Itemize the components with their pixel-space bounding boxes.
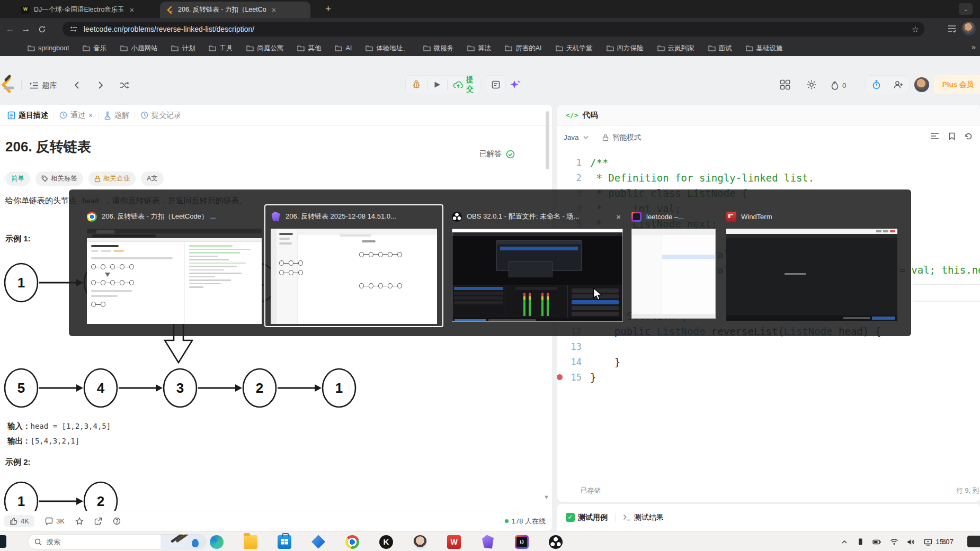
address-bar[interactable]: leetcode.cn/problems/reverse-linked-list…	[63, 22, 924, 37]
bookmark-folder[interactable]: 尚庭公寓	[246, 44, 283, 53]
plus-member-button[interactable]: Plus 会员	[934, 75, 980, 94]
like-button[interactable]: 4K	[4, 515, 34, 527]
taskbar-file-explorer-icon[interactable]	[244, 535, 257, 549]
tab-close-icon[interactable]: ×	[129, 6, 135, 14]
taskbar-wps-icon[interactable]: W	[447, 535, 461, 549]
collaborate-button[interactable]	[887, 76, 910, 94]
favorite-button[interactable]	[75, 517, 84, 525]
debug-button[interactable]	[406, 76, 427, 94]
user-avatar[interactable]	[914, 77, 929, 92]
bookmark-folder[interactable]: 基础设施	[746, 44, 783, 53]
tab-close-icon[interactable]: ×	[271, 6, 277, 14]
bookmark-folder[interactable]: 计划	[171, 44, 195, 53]
bookmark-folder[interactable]: 面试	[708, 44, 732, 53]
browser-profile-avatar[interactable]	[962, 22, 976, 35]
taskbar-pinned-partial-icon[interactable]	[0, 535, 6, 548]
tray-volume-icon[interactable]	[907, 538, 915, 546]
tray-wifi-icon[interactable]	[890, 538, 898, 545]
reload-icon[interactable]	[34, 21, 50, 37]
random-problem-button[interactable]	[120, 76, 129, 94]
code-line[interactable]: 13	[557, 339, 980, 354]
taskbar-obs-studio-icon[interactable]	[549, 535, 563, 549]
problem-list-button[interactable]: 题库	[30, 76, 57, 94]
bookmark-folder[interactable]: springboot	[28, 44, 69, 53]
comments-button[interactable]: 3K	[45, 517, 65, 525]
bookmark-folder[interactable]: 音乐	[83, 44, 106, 53]
difficulty-badge[interactable]: 简单	[5, 171, 30, 186]
code-line[interactable]: 1/**	[557, 155, 980, 170]
notes-button[interactable]	[486, 75, 506, 94]
bookmark-folder[interactable]: 微服务	[423, 44, 454, 53]
bookmark-folder[interactable]: 云岚到家	[657, 44, 694, 53]
bookmark-folder[interactable]: 其他	[297, 44, 321, 53]
smart-mode-label[interactable]: 智能模式	[613, 133, 642, 142]
window-thumbnail-windterm[interactable]	[726, 229, 897, 321]
streak-indicator[interactable]: 0	[831, 76, 847, 94]
leetcode-logo[interactable]	[0, 75, 16, 95]
bookmark-icon[interactable]	[949, 132, 955, 140]
taskbar-portrait-app-icon[interactable]	[413, 535, 427, 549]
related-tags-badge[interactable]: 相关标签	[35, 171, 83, 186]
next-problem-button[interactable]	[98, 76, 103, 94]
bookmark-star-icon[interactable]: ☆	[912, 24, 919, 34]
code-line[interactable]: 15}	[557, 369, 980, 385]
taskbar-k-app-icon[interactable]: K	[379, 535, 393, 549]
bookmark-folder[interactable]: 天机学堂	[556, 44, 593, 53]
format-icon[interactable]	[931, 132, 939, 140]
taskbar-dev-app-icon[interactable]	[311, 535, 325, 549]
bookmarks-overflow-icon[interactable]: »	[972, 42, 976, 51]
taskbar-obsidian-icon[interactable]	[481, 535, 495, 549]
browser-tab-2-active[interactable]: 206. 反转链表 - 力扣（LeetCo ×	[160, 2, 310, 18]
share-button[interactable]	[94, 517, 102, 525]
forward-icon[interactable]: →	[18, 21, 34, 37]
tray-cast-icon[interactable]	[924, 538, 932, 546]
reading-list-icon[interactable]	[947, 24, 957, 33]
related-companies-badge[interactable]: 相关企业	[88, 171, 136, 186]
clock[interactable]: 15:07	[936, 531, 954, 551]
language-selector[interactable]: Java	[564, 133, 579, 141]
help-button[interactable]	[113, 517, 121, 525]
taskbar-search[interactable]: 搜索	[28, 534, 207, 549]
bookmark-folder[interactable]: 小题网站	[120, 44, 157, 53]
tray-phone-icon[interactable]	[857, 538, 864, 546]
tab-close-icon[interactable]: ×	[88, 111, 93, 120]
tray-chevron-up-icon[interactable]	[841, 538, 848, 546]
tray-battery-icon[interactable]	[872, 538, 881, 546]
scrollbar-thumb[interactable]	[546, 111, 549, 169]
ai-assistant-button[interactable]	[510, 79, 521, 92]
tab-description[interactable]: 题目描述	[7, 111, 48, 120]
window-thumbnail-obs[interactable]	[452, 229, 623, 322]
run-button[interactable]	[427, 76, 447, 94]
tab-testcase[interactable]: ✓ 测试用例	[566, 513, 608, 522]
taskbar-ms-store-icon[interactable]	[278, 535, 291, 549]
notification-icon[interactable]	[967, 536, 980, 547]
bookmark-folder[interactable]: 体验地址、	[366, 44, 409, 53]
bookmark-folder[interactable]: 工具	[209, 44, 233, 53]
new-tab-button[interactable]: +	[325, 3, 331, 15]
tab-test-result[interactable]: 测试结果	[623, 513, 664, 522]
bookmark-folder[interactable]: 厉害的AI	[505, 44, 541, 53]
site-info-icon[interactable]	[69, 25, 78, 33]
close-window-icon[interactable]: ×	[616, 212, 623, 221]
reset-icon[interactable]	[965, 132, 973, 140]
back-icon[interactable]: ←	[2, 21, 18, 37]
search-highlight-image[interactable]	[161, 535, 206, 549]
taskbar-chrome-icon[interactable]	[345, 535, 359, 549]
layout-switch-button[interactable]	[780, 79, 790, 92]
code-line[interactable]: 2 * Definition for singly-linked list.	[557, 170, 980, 185]
tab-solutions[interactable]: 题解	[104, 111, 129, 120]
tab-accepted[interactable]: 通过 ×	[59, 111, 93, 120]
bookmark-folder[interactable]: AI	[335, 44, 352, 53]
tab-list-chevron[interactable]: ⌄	[959, 3, 973, 15]
browser-tab-1[interactable]: DJ一个球-全国语Electro音乐玉 ×	[16, 2, 158, 18]
prev-problem-button[interactable]	[74, 76, 79, 94]
bookmark-folder[interactable]: 算法	[467, 44, 491, 53]
bookmark-folder[interactable]: 四方保险	[607, 44, 644, 53]
submit-button[interactable]: 提交	[447, 76, 480, 94]
scrollbar-down-icon[interactable]: ▼	[544, 494, 549, 500]
taskbar-intellij-idea-icon[interactable]	[515, 535, 529, 549]
window-thumbnail-idea[interactable]	[631, 229, 716, 319]
code-line[interactable]: 14 }	[557, 354, 980, 369]
tab-submissions[interactable]: 提交记录	[140, 111, 181, 120]
timer-button[interactable]	[866, 76, 887, 94]
